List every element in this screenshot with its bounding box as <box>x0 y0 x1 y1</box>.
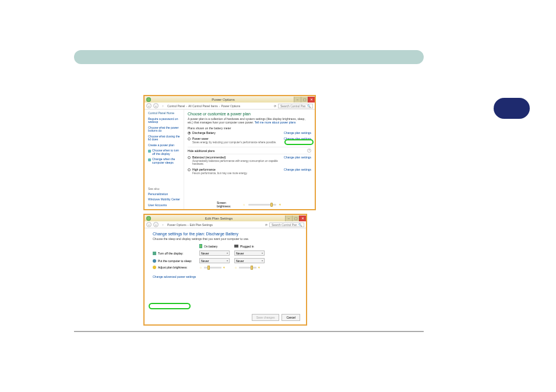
radio-button[interactable] <box>188 137 191 140</box>
titlebar: Edit Plan Settings – ▢ ✕ <box>145 215 306 221</box>
change-advanced-power-settings-link[interactable]: Change advanced power settings <box>153 275 196 278</box>
highlight-ring <box>149 303 191 309</box>
search-box[interactable]: 🔍 <box>278 104 313 108</box>
display-plugged-dropdown[interactable]: Never▾ <box>234 250 265 256</box>
plan-name: Discharge Battery <box>192 131 216 135</box>
moon-icon <box>153 259 156 263</box>
brightness-battery-slider[interactable]: ☼ ☀ <box>199 266 230 269</box>
refresh-icon[interactable]: ⟳ <box>274 104 276 108</box>
breadcrumb-item[interactable]: Edit Plan Settings <box>189 223 212 227</box>
search-icon: 🔍 <box>307 104 311 108</box>
sleep-battery-dropdown[interactable]: Never▾ <box>199 258 230 263</box>
radio-button[interactable] <box>188 168 191 171</box>
page-heading: Choose or customize a power plan <box>188 112 311 116</box>
sidebar-link[interactable]: Require a password on wakeup <box>148 118 181 124</box>
maximize-button[interactable]: ▢ <box>292 216 299 221</box>
see-also-link[interactable]: Windows Mobility Center <box>148 198 181 202</box>
search-input[interactable] <box>280 104 306 108</box>
forward-button[interactable]: › <box>153 222 159 227</box>
control-panel-home-link[interactable]: Control Panel Home <box>148 112 181 115</box>
sidebar-link[interactable]: Change when the computer sleeps <box>152 158 181 164</box>
row-label-display: Turn off the display: <box>153 252 195 255</box>
window-controls: – ▢ ✕ <box>294 97 315 103</box>
brightness-slider[interactable] <box>248 204 276 206</box>
app-icon <box>146 97 151 102</box>
back-button[interactable]: ‹ <box>146 103 152 108</box>
plan-row: Discharge Battery Change plan settings <box>188 130 311 136</box>
search-icon: 🔍 <box>298 223 302 227</box>
plan-description: Favors performance, but may use more ene… <box>192 172 248 175</box>
page-description: A power plan is a collection of hardware… <box>188 117 311 124</box>
nav-bar: ‹ › ↑ Control Panel› All Control Panel I… <box>145 103 315 110</box>
maximize-button[interactable]: ▢ <box>301 97 308 103</box>
plan-name: Balanced (recommended) <box>192 156 284 159</box>
sidebar-link[interactable]: Choose what the power buttons do <box>148 126 181 133</box>
minimize-button[interactable]: – <box>294 97 301 103</box>
change-plan-settings-link[interactable]: Change plan settings <box>284 168 311 171</box>
plan-name: High performance <box>192 168 248 171</box>
minimize-button[interactable]: – <box>285 216 292 221</box>
sleep-plugged-dropdown[interactable]: Never▾ <box>234 258 265 263</box>
see-also-label: See also <box>148 187 181 190</box>
window-title: Power Options <box>153 98 294 101</box>
app-icon <box>146 216 151 221</box>
search-box[interactable]: 🔍 <box>269 223 304 227</box>
main-panel: Choose or customize a power plan A power… <box>184 110 315 209</box>
row-label-brightness: Adjust plan brightness: <box>153 266 195 269</box>
change-plan-settings-link[interactable]: Change plan settings <box>284 131 311 135</box>
titlebar: Power Options – ▢ ✕ <box>145 96 315 103</box>
see-also-link[interactable]: Personalization <box>148 193 181 196</box>
column-header-battery: On battery <box>199 244 230 248</box>
plan-row: Power saver Saves energy by reducing you… <box>188 136 311 145</box>
learn-more-link[interactable]: Tell me more about power plans <box>255 121 296 124</box>
breadcrumb-item[interactable]: Power Options <box>167 223 186 227</box>
brightness-row: Screen brightness: ☼ ☀ <box>217 201 282 208</box>
breadcrumb-item[interactable]: Power Options <box>221 104 241 108</box>
sun-bright-icon: ☀ <box>279 203 282 206</box>
display-battery-dropdown[interactable]: Never▾ <box>199 250 230 256</box>
hide-additional-plans-toggle[interactable]: Hide additional plans ⌃ <box>188 147 311 154</box>
cancel-button[interactable]: Cancel <box>281 314 300 321</box>
page-heading: Change settings for the plan: Discharge … <box>153 232 298 236</box>
page-description: Choose the sleep and display settings th… <box>153 237 298 241</box>
column-header-plugged: Plugged in <box>234 245 265 248</box>
sidebar-link[interactable]: Create a power plan <box>148 144 181 147</box>
separator <box>74 331 424 332</box>
breadcrumb[interactable]: Power Options› Edit Plan Settings <box>167 223 263 227</box>
search-input[interactable] <box>272 223 297 227</box>
forward-button[interactable]: › <box>153 103 159 108</box>
sun-bright-icon: ☀ <box>223 266 226 269</box>
sun-dim-icon: ☼ <box>234 266 238 269</box>
sun-bright-icon: ☀ <box>258 266 261 269</box>
plug-icon <box>234 245 238 248</box>
edit-plan-settings-window: Edit Plan Settings – ▢ ✕ ‹ › ↑ Power Opt… <box>143 214 307 326</box>
window-title: Edit Plan Settings <box>153 217 285 220</box>
row-label-sleep: Put the computer to sleep: <box>153 259 195 263</box>
up-button[interactable]: ↑ <box>160 222 166 227</box>
refresh-icon[interactable]: ⟳ <box>265 223 268 227</box>
sidebar: Control Panel Home Require a password on… <box>145 110 184 209</box>
breadcrumb-item[interactable]: Control Panel <box>167 104 185 108</box>
save-changes-button[interactable]: Save changes <box>252 314 280 321</box>
radio-button[interactable] <box>188 156 191 159</box>
brightness-plugged-slider[interactable]: ☼ ☀ <box>234 266 265 269</box>
radio-button[interactable] <box>188 132 191 135</box>
display-icon <box>148 150 151 153</box>
power-options-window: Power Options – ▢ ✕ ‹ › ↑ Control Panel›… <box>143 95 316 210</box>
breadcrumb[interactable]: Control Panel› All Control Panel Items› … <box>167 104 272 108</box>
see-also-link[interactable]: User Accounts <box>148 204 181 207</box>
breadcrumb-item[interactable]: All Control Panel Items <box>188 104 218 108</box>
chevron-up-icon: ⌃ <box>307 149 311 153</box>
battery-icon <box>199 244 202 248</box>
change-plan-settings-link[interactable]: Change plan settings <box>284 137 311 140</box>
sidebar-link[interactable]: Choose what closing the lid does <box>148 135 181 142</box>
close-button[interactable]: ✕ <box>299 216 306 221</box>
back-button[interactable]: ‹ <box>146 222 152 227</box>
sidebar-link[interactable]: Choose when to turn off the display <box>152 149 181 156</box>
plan-description: Saves energy by reducing your computer's… <box>192 141 276 144</box>
close-button[interactable]: ✕ <box>308 97 315 103</box>
window-controls: – ▢ ✕ <box>285 216 306 221</box>
up-button[interactable]: ↑ <box>160 103 166 108</box>
page-marker <box>494 98 530 119</box>
change-plan-settings-link[interactable]: Change plan settings <box>284 156 311 159</box>
